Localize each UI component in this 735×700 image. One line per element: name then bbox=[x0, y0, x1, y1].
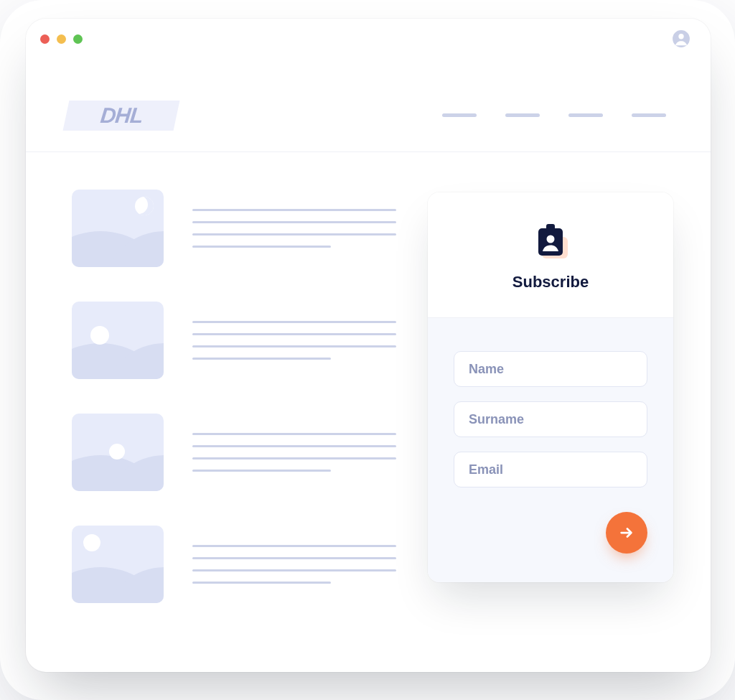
brand-logo[interactable]: DHL bbox=[63, 101, 180, 131]
brand-logo-text: DHL bbox=[99, 103, 144, 128]
window-maximize-button[interactable] bbox=[73, 34, 83, 44]
page-body: Subscribe bbox=[26, 152, 711, 672]
window-titlebar bbox=[26, 19, 711, 59]
image-placeholder-icon bbox=[72, 526, 164, 603]
nav-item[interactable] bbox=[568, 113, 603, 117]
primary-nav bbox=[442, 113, 666, 117]
site-header: DHL bbox=[26, 59, 711, 152]
window-minimize-button[interactable] bbox=[57, 34, 66, 44]
image-placeholder-icon bbox=[72, 190, 164, 267]
window-close-button[interactable] bbox=[40, 34, 50, 44]
submit-button[interactable] bbox=[606, 512, 647, 554]
image-placeholder-icon bbox=[72, 414, 164, 491]
svg-rect-3 bbox=[546, 224, 555, 233]
subscribe-form bbox=[428, 318, 673, 582]
surname-field[interactable] bbox=[454, 401, 647, 437]
subscribe-card: Subscribe bbox=[428, 192, 673, 582]
text-placeholder bbox=[192, 209, 402, 248]
profile-icon[interactable] bbox=[672, 29, 690, 48]
nav-item[interactable] bbox=[632, 113, 666, 117]
name-field[interactable] bbox=[454, 351, 647, 387]
text-placeholder bbox=[192, 545, 402, 584]
subscribe-title: Subscribe bbox=[435, 273, 666, 291]
svg-point-1 bbox=[678, 34, 683, 39]
email-field[interactable] bbox=[454, 452, 647, 487]
arrow-right-icon bbox=[619, 525, 635, 541]
text-placeholder bbox=[192, 321, 402, 360]
list-item[interactable] bbox=[72, 190, 402, 267]
window-controls bbox=[40, 34, 83, 44]
image-placeholder-icon bbox=[72, 302, 164, 379]
nav-item[interactable] bbox=[505, 113, 540, 117]
subscribe-card-header: Subscribe bbox=[428, 192, 673, 318]
list-item[interactable] bbox=[72, 526, 402, 603]
list-item[interactable] bbox=[72, 302, 402, 379]
text-placeholder bbox=[192, 433, 402, 472]
article-list bbox=[72, 190, 402, 672]
nav-item[interactable] bbox=[442, 113, 477, 117]
svg-point-4 bbox=[547, 235, 555, 243]
id-badge-icon bbox=[530, 223, 571, 263]
browser-window: DHL bbox=[26, 19, 711, 672]
list-item[interactable] bbox=[72, 414, 402, 491]
